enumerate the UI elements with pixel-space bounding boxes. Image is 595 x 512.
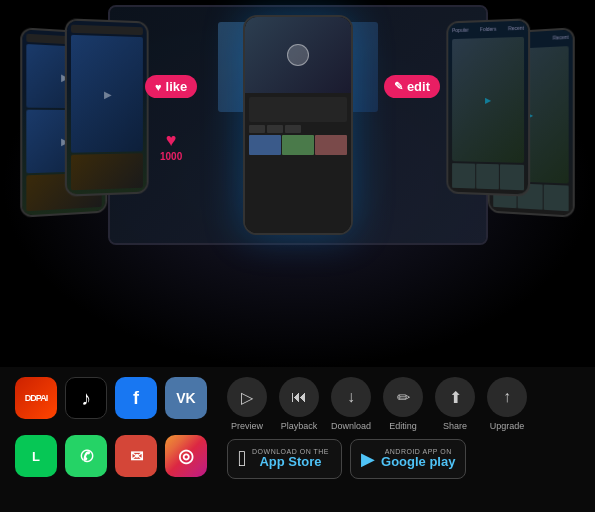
hero-section: ❯❯ Popular Folders Recent	[0, 0, 595, 370]
social-row-2: L ✆ ✉ ◎	[15, 435, 207, 477]
phone-thumb-row	[452, 163, 524, 190]
social-icon-whatsapp[interactable]: ✆	[65, 435, 107, 477]
action-share: ⬆ Share	[435, 377, 475, 431]
googleplay-icon: ▶	[361, 448, 375, 470]
label-recent: Recent	[553, 34, 569, 45]
bottom-bar: DDPAI ♪ f VK L ✆ ✉	[0, 367, 595, 512]
clip-1	[249, 135, 281, 155]
social-icon-ddpai[interactable]: DDPAI	[15, 377, 57, 419]
appstore-button[interactable]:  Download on the App Store	[227, 439, 342, 479]
phone-center-editor	[245, 93, 351, 233]
right-area: ▷ Preview ⏮ Playback ↓ Download ✏ Editin…	[207, 377, 580, 479]
preview-label: Preview	[231, 421, 263, 431]
phone-video-b	[71, 153, 143, 190]
thumb-3	[500, 164, 524, 190]
playback-label: Playback	[281, 421, 318, 431]
like-count-text: 1000	[160, 151, 182, 162]
vk-icon: VK	[176, 390, 195, 406]
social-icon-instagram[interactable]: ◎	[165, 435, 207, 477]
phone-label-recent: Recent	[508, 25, 524, 36]
preview-icon[interactable]: ▷	[227, 377, 267, 417]
phone-main-video	[452, 37, 524, 163]
apple-icon: 	[238, 446, 246, 472]
social-icon-line[interactable]: L	[15, 435, 57, 477]
actions-area: DDPAI ♪ f VK L ✆ ✉	[15, 377, 580, 479]
clip-3	[315, 135, 347, 155]
mail-icon: ✉	[130, 447, 143, 466]
phone-top-bar: Popular Folders Recent	[452, 25, 524, 37]
thumb-2	[476, 164, 499, 190]
social-icons-block: DDPAI ♪ f VK L ✆ ✉	[15, 377, 207, 477]
edit-pen-icon: ✎	[394, 80, 403, 93]
instagram-icon: ◎	[178, 445, 194, 467]
googleplay-button[interactable]: ▶ ANDROID APP ON Google Google playplay	[350, 439, 466, 479]
clip-2	[282, 135, 314, 155]
phone-center	[243, 15, 353, 235]
timeline	[249, 97, 347, 122]
action-download: ↓ Download	[331, 377, 371, 431]
phone-label-folders: Folders	[480, 26, 496, 37]
ctrl-btn-2	[267, 125, 283, 133]
action-editing: ✏ Editing	[383, 377, 423, 431]
line-icon: L	[32, 449, 40, 464]
social-icon-tiktok[interactable]: ♪	[65, 377, 107, 419]
ddpai-logo: DDPAI	[25, 393, 47, 403]
phone-right-2-screen: Popular Folders Recent	[448, 20, 528, 194]
googleplay-text: ANDROID APP ON Google Google playplay	[381, 448, 455, 469]
phone-left-2	[65, 18, 149, 196]
heart-icon: ♥	[155, 81, 162, 93]
playback-icon[interactable]: ⏮	[279, 377, 319, 417]
share-label: Share	[443, 421, 467, 431]
phone-center-video	[245, 17, 351, 93]
social-icon-mail[interactable]: ✉	[115, 435, 157, 477]
editing-label: Editing	[389, 421, 417, 431]
phone-right-2: Popular Folders Recent	[446, 18, 530, 196]
editor-controls	[249, 125, 347, 133]
phone-label-popular: Popular	[452, 27, 469, 37]
upgrade-label: Upgrade	[490, 421, 525, 431]
badge-like: ♥ like	[145, 75, 197, 98]
like-counter: ♥ 1000	[160, 130, 182, 162]
phone-center-screen	[245, 17, 351, 233]
appstore-text: Download on the App Store	[252, 448, 329, 469]
badge-edit: ✎ edit	[384, 75, 440, 98]
thumb-1	[452, 163, 475, 188]
right-thumb-3	[543, 185, 568, 212]
heart-big-icon: ♥	[166, 130, 177, 151]
social-icon-facebook[interactable]: f	[115, 377, 157, 419]
appstore-name: App Store	[252, 455, 329, 469]
download-icon[interactable]: ↓	[331, 377, 371, 417]
ctrl-btn-1	[249, 125, 265, 133]
clip-row	[249, 135, 347, 155]
action-upgrade: ↑ Upgrade	[487, 377, 527, 431]
tiktok-icon: ♪	[81, 387, 91, 410]
phone-left-2-screen	[67, 20, 147, 194]
facebook-icon: f	[133, 388, 139, 409]
store-buttons-row:  Download on the App Store ▶ ANDROID AP…	[227, 439, 466, 479]
editing-icon[interactable]: ✏	[383, 377, 423, 417]
action-preview: ▷ Preview	[227, 377, 267, 431]
social-row-1: DDPAI ♪ f VK	[15, 377, 207, 419]
upgrade-icon[interactable]: ↑	[487, 377, 527, 417]
googleplay-name: Google Google playplay	[381, 455, 455, 469]
badge-edit-text: edit	[407, 79, 430, 94]
social-icon-vk[interactable]: VK	[165, 377, 207, 419]
badge-like-text: like	[166, 79, 188, 94]
phone-video-a	[71, 35, 143, 153]
download-label: Download	[331, 421, 371, 431]
phone-nav	[71, 25, 143, 35]
share-icon[interactable]: ⬆	[435, 377, 475, 417]
ctrl-btn-3	[285, 125, 301, 133]
whatsapp-icon: ✆	[80, 447, 93, 466]
action-playback: ⏮ Playback	[279, 377, 319, 431]
action-icons-row: ▷ Preview ⏮ Playback ↓ Download ✏ Editin…	[227, 377, 527, 431]
